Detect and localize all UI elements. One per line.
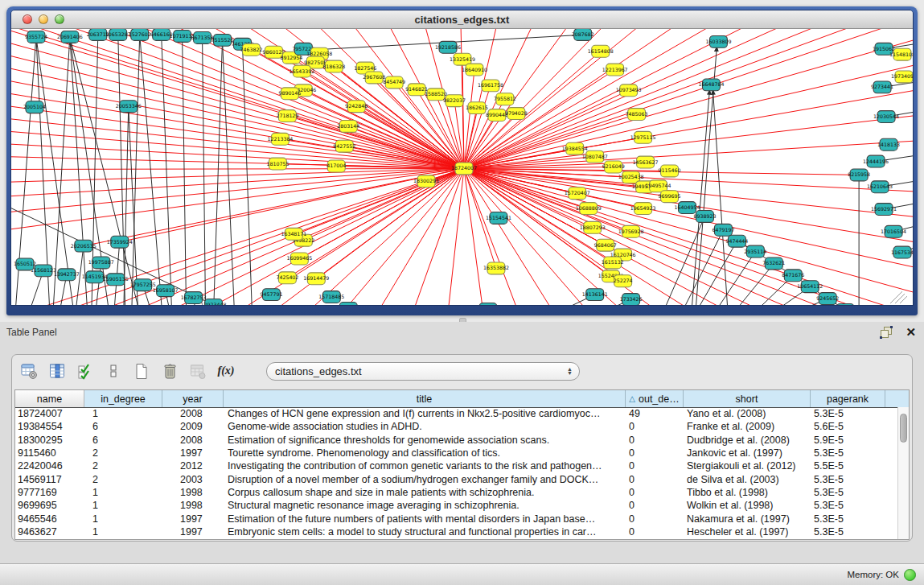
table-cell[interactable]: de Silva et al. (2003) bbox=[684, 474, 811, 485]
network-node[interactable]: 7463822 bbox=[240, 43, 262, 56]
network-node[interactable]: 6479197 bbox=[712, 224, 734, 236]
network-node[interactable]: 8938923 bbox=[693, 211, 716, 223]
table-cell[interactable]: 9777169 bbox=[15, 487, 84, 498]
network-node[interactable]: 7955812 bbox=[494, 93, 516, 105]
network-node[interactable]: 9699695 bbox=[659, 191, 681, 203]
table-cell[interactable]: 2009 bbox=[162, 421, 224, 432]
network-node[interactable]: 7632621 bbox=[762, 257, 785, 270]
table-cell[interactable]: Tourette syndrome. Phenomenology and cla… bbox=[224, 447, 626, 459]
table-cell[interactable]: Stergiakouli et al. (2012) bbox=[684, 460, 811, 472]
table-cell[interactable]: 9699695 bbox=[15, 500, 84, 511]
network-node[interactable]: 2803144 bbox=[337, 121, 359, 133]
network-node[interactable]: 20206535 bbox=[71, 240, 97, 252]
network-node[interactable]: 16914479 bbox=[303, 273, 329, 285]
network-node[interactable]: 1167534 bbox=[891, 246, 913, 258]
table-cell[interactable]: 1 bbox=[84, 408, 162, 419]
network-node[interactable]: 16154808 bbox=[588, 45, 614, 57]
table-cell[interactable]: 14569117 bbox=[15, 474, 84, 485]
table-cell[interactable]: Yano et al. (2008) bbox=[684, 408, 811, 419]
column-header-pagerank[interactable]: pagerank bbox=[811, 390, 885, 407]
table-cell[interactable]: 6 bbox=[84, 435, 162, 446]
network-node[interactable]: 1245192 bbox=[834, 304, 856, 305]
network-node[interactable]: 1418133 bbox=[877, 138, 900, 150]
network-node[interactable]: 16961758 bbox=[478, 80, 503, 92]
table-cell[interactable]: 1 bbox=[84, 513, 162, 525]
table-cell[interactable]: 5.3E-5 bbox=[811, 513, 885, 525]
network-node[interactable]: 6216049 bbox=[602, 161, 625, 173]
table-cell[interactable]: 2 bbox=[84, 447, 162, 459]
table-cell[interactable]: 5.3E-5 bbox=[811, 408, 885, 419]
network-node[interactable]: 9273441 bbox=[871, 81, 893, 93]
table-cell[interactable]: Embryonic stem cells: a model to study s… bbox=[224, 526, 626, 538]
network-node[interactable]: 12975115 bbox=[630, 131, 656, 143]
network-node[interactable]: 16033809 bbox=[705, 35, 731, 47]
network-node[interactable]: 1862615 bbox=[466, 102, 488, 114]
network-node[interactable]: 9684067 bbox=[594, 239, 617, 251]
table-cell[interactable]: 5.6E-5 bbox=[811, 421, 885, 432]
network-node[interactable]: 2967608 bbox=[363, 72, 385, 84]
table-cell[interactable]: 1 bbox=[84, 500, 162, 511]
table-cell[interactable]: Hescheler et al. (1997) bbox=[684, 526, 811, 538]
table-cell[interactable]: 0 bbox=[626, 526, 684, 538]
network-node[interactable]: 9355724 bbox=[25, 31, 47, 43]
table-cell[interactable]: Franke et al. (2009) bbox=[684, 421, 811, 432]
column-header-out_de[interactable]: △out_de… bbox=[626, 390, 684, 407]
network-node[interactable]: 8215958 bbox=[848, 169, 870, 181]
network-node[interactable]: 10653287 bbox=[105, 29, 131, 40]
network-node[interactable]: 19734093 bbox=[891, 71, 913, 83]
table-cell[interactable]: 2 bbox=[84, 460, 162, 472]
import-table-icon[interactable] bbox=[189, 362, 207, 380]
table-cell[interactable]: Estimation of significance thresholds fo… bbox=[224, 435, 626, 446]
delete-icon[interactable] bbox=[161, 362, 179, 380]
table-cell[interactable]: 18724007 bbox=[15, 408, 84, 419]
table-cell[interactable]: 0 bbox=[626, 447, 684, 459]
table-row[interactable]: 1872400712008Changes of HCN gene express… bbox=[15, 407, 898, 420]
network-node[interactable]: 16210643 bbox=[867, 181, 893, 193]
network-node[interactable]: 7485063 bbox=[626, 109, 648, 121]
edit-list-icon[interactable] bbox=[76, 362, 94, 380]
new-document-icon[interactable] bbox=[133, 362, 150, 380]
table-cell[interactable]: 5.3E-5 bbox=[811, 500, 885, 511]
network-node[interactable]: 9245610 bbox=[477, 303, 499, 305]
table-row[interactable]: 946362711997Embryonic stem cells: a mode… bbox=[15, 525, 898, 538]
table-cell[interactable]: 19384554 bbox=[15, 421, 84, 432]
network-node[interactable]: 16353882 bbox=[483, 262, 509, 274]
table-settings-icon[interactable] bbox=[20, 362, 38, 380]
float-panel-icon[interactable] bbox=[880, 326, 893, 339]
network-node[interactable]: 12213967 bbox=[602, 64, 628, 76]
network-node[interactable]: 10688809 bbox=[576, 203, 602, 215]
network-node[interactable]: 9822037 bbox=[443, 95, 466, 107]
network-node[interactable]: 15154541 bbox=[486, 212, 511, 225]
network-node[interactable]: 15692971 bbox=[871, 204, 897, 216]
table-cell[interactable]: 1998 bbox=[162, 487, 224, 498]
table-row[interactable]: 1938455462009Genome-wide association stu… bbox=[15, 420, 898, 433]
network-node[interactable]: 9474444 bbox=[725, 235, 748, 247]
network-node[interactable]: 19756928 bbox=[618, 225, 644, 237]
table-cell[interactable]: 2 bbox=[84, 474, 162, 485]
table-cell[interactable]: Corpus callosum shape and size in male p… bbox=[224, 487, 626, 498]
network-node[interactable]: 2005104 bbox=[23, 101, 46, 113]
column-header-in_degree[interactable]: in_degree bbox=[84, 390, 162, 407]
table-cell[interactable]: 9115460 bbox=[15, 447, 84, 459]
table-cell[interactable]: 2012 bbox=[162, 460, 224, 472]
network-node[interactable]: 12030544 bbox=[873, 111, 899, 123]
network-node[interactable]: 1640233 bbox=[337, 303, 359, 305]
table-cell[interactable]: Wolkin et al. (1998) bbox=[684, 500, 811, 511]
table-cell[interactable]: 2008 bbox=[162, 408, 224, 419]
table-row[interactable]: 2242004622012Investigating the contribut… bbox=[15, 459, 898, 472]
table-cell[interactable]: 0 bbox=[626, 421, 684, 432]
table-cell[interactable]: 0 bbox=[626, 474, 684, 485]
table-cell[interactable]: Changes of HCN gene expression and I(f) … bbox=[224, 408, 626, 419]
network-node[interactable]: 12444196 bbox=[863, 155, 889, 167]
network-node[interactable]: 19975887 bbox=[88, 257, 114, 269]
table-cell[interactable]: 0 bbox=[626, 513, 684, 525]
table-cell[interactable]: Structural magnetic resonance image aver… bbox=[224, 500, 626, 511]
network-node[interactable]: 9890146 bbox=[278, 88, 301, 100]
table-cell[interactable]: 5.3E-5 bbox=[811, 526, 885, 538]
table-cell[interactable]: 1 bbox=[84, 487, 162, 498]
network-node[interactable]: 417004 bbox=[326, 160, 346, 172]
table-row[interactable]: 911546021997Tourette syndrome. Phenomeno… bbox=[15, 447, 898, 459]
table-vertical-scrollbar[interactable] bbox=[897, 407, 909, 539]
table-cell[interactable]: Jankovic et al. (1997) bbox=[684, 447, 811, 459]
table-cell[interactable]: 1997 bbox=[162, 513, 224, 525]
